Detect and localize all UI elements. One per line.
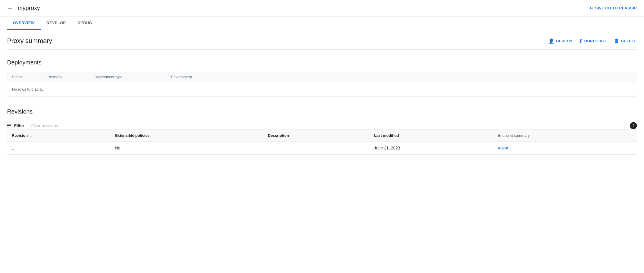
- action-buttons: 👤 DEPLOY ▯ DUPLICATE 🗑 DELETE: [548, 38, 637, 44]
- rev-col-description: Description: [263, 129, 369, 142]
- deployments-title: Deployments: [7, 59, 637, 66]
- col-environment: Environment: [171, 75, 632, 79]
- page-title: myproxy: [18, 5, 589, 11]
- switch-icon: ↩: [589, 5, 594, 11]
- tabs-nav: OVERVIEW DEVELOP DEBUG: [0, 16, 644, 30]
- rev-cell-extensible: No: [110, 142, 263, 155]
- tab-develop[interactable]: DEVELOP: [41, 16, 72, 30]
- revisions-section: Revisions Filter Filter revisions ? Revi…: [7, 108, 637, 155]
- tab-overview[interactable]: OVERVIEW: [7, 16, 41, 30]
- rev-cell-last-modified: June 21, 2023: [369, 142, 493, 155]
- delete-button[interactable]: 🗑 DELETE: [614, 38, 637, 44]
- rev-col-last-modified: Last modified: [369, 129, 493, 142]
- rev-col-endpoint-summary: Endpoint summary: [493, 129, 637, 142]
- deployments-section: Deployments Status Revision Deployment t…: [7, 59, 637, 96]
- deployments-empty-message: No rows to display: [7, 82, 637, 96]
- filter-label: Filter: [14, 123, 24, 128]
- filter-lines-icon: [7, 124, 12, 127]
- table-row: 1 No June 21, 2023 VIEW: [7, 142, 637, 155]
- deployments-table-header: Status Revision Deployment type Environm…: [7, 72, 637, 82]
- proxy-summary-header: Proxy summary 👤 DEPLOY ▯ DUPLICATE 🗑 DEL…: [7, 30, 637, 50]
- revisions-table: Revision ↓ Extensible policies Descripti…: [7, 129, 637, 155]
- filter-button[interactable]: Filter: [7, 123, 24, 128]
- switch-to-classic-label: SWITCH TO CLASSIC: [595, 6, 637, 10]
- col-revision: Revision: [47, 75, 95, 79]
- deploy-button[interactable]: 👤 DEPLOY: [548, 38, 573, 44]
- col-status: Status: [12, 75, 47, 79]
- help-button[interactable]: ?: [630, 122, 637, 129]
- duplicate-button[interactable]: ▯ DUPLICATE: [580, 38, 607, 44]
- filter-bar: Filter Filter revisions ?: [7, 120, 637, 129]
- revisions-title: Revisions: [7, 108, 637, 115]
- rev-cell-endpoint-summary: VIEW: [493, 142, 637, 155]
- delete-icon: 🗑: [614, 38, 619, 44]
- back-button[interactable]: ←: [7, 5, 13, 11]
- view-endpoint-button[interactable]: VIEW: [498, 146, 508, 150]
- tab-debug[interactable]: DEBUG: [72, 16, 98, 30]
- header: ← myproxy ↩ SWITCH TO CLASSIC: [0, 0, 644, 16]
- rev-col-extensible: Extensible policies: [110, 129, 263, 142]
- main-content: Proxy summary 👤 DEPLOY ▯ DUPLICATE 🗑 DEL…: [0, 30, 644, 155]
- duplicate-icon: ▯: [580, 38, 583, 44]
- deployments-table: Status Revision Deployment type Environm…: [7, 72, 637, 96]
- deploy-icon: 👤: [548, 38, 554, 44]
- rev-col-revision: Revision ↓: [7, 129, 110, 142]
- rev-cell-revision: 1: [7, 142, 110, 155]
- col-deployment-type: Deployment type: [95, 75, 171, 79]
- proxy-summary-title: Proxy summary: [7, 37, 52, 45]
- back-icon: ←: [7, 5, 13, 11]
- rev-cell-description: [263, 142, 369, 155]
- revisions-table-header-row: Revision ↓ Extensible policies Descripti…: [7, 129, 637, 142]
- sort-arrow-icon: ↓: [30, 133, 32, 138]
- filter-placeholder: Filter revisions: [31, 123, 58, 128]
- switch-to-classic-button[interactable]: ↩ SWITCH TO CLASSIC: [589, 5, 637, 11]
